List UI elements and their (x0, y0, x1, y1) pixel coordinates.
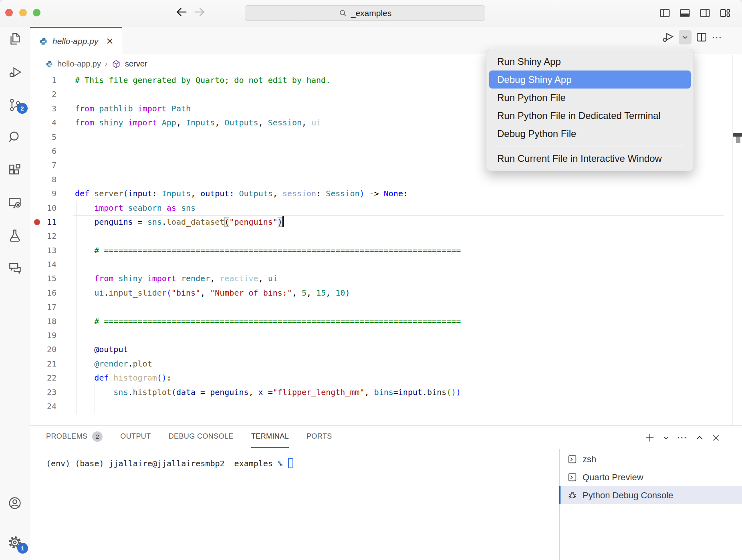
line-number[interactable]: 24 (30, 399, 56, 413)
code-line[interactable]: 14 (30, 258, 732, 272)
line-number[interactable]: 22 (30, 371, 56, 385)
panel-tab-output[interactable]: OUTPUT (120, 426, 151, 448)
line-number[interactable]: 9 (30, 187, 56, 201)
menu-item[interactable]: Run Current File in Interactive Window (486, 149, 694, 167)
activity-bar: 2 1 (0, 27, 30, 560)
macos-minimize-button[interactable] (19, 9, 27, 16)
testing-icon[interactable] (7, 228, 22, 243)
menu-item[interactable]: Run Shiny App (486, 52, 694, 71)
debug-run-icon[interactable] (661, 30, 675, 44)
titlebar: _examples (0, 0, 742, 26)
search-sidebar-icon[interactable] (7, 129, 22, 145)
line-number[interactable]: 7 (30, 158, 56, 172)
terminal-item-quarto-preview[interactable]: Quarto Preview (559, 468, 742, 486)
more-actions-icon[interactable]: ⋯ (712, 31, 723, 44)
toggle-primary-sidebar-icon[interactable] (659, 7, 671, 19)
code-line[interactable]: 8 (30, 173, 732, 187)
run-and-debug-icon[interactable] (7, 64, 22, 80)
panel-tab-debug-console[interactable]: DEBUG CONSOLE (169, 426, 234, 448)
panel-tab-terminal[interactable]: TERMINAL (251, 426, 289, 448)
line-number[interactable]: 8 (30, 173, 56, 187)
comments-icon[interactable] (7, 260, 22, 275)
code-line[interactable]: 15 from shiny import render, reactive, u… (30, 272, 732, 286)
menu-item[interactable]: Debug Python File (486, 125, 694, 143)
terminal-item-python-debug-console[interactable]: Python Debug Console (559, 486, 742, 504)
line-number[interactable]: 10 (30, 201, 56, 215)
panel-more-actions-icon[interactable]: ⋯ (677, 431, 688, 444)
split-editor-icon[interactable] (696, 31, 708, 43)
menu-item[interactable]: Run Python File in Dedicated Terminal (486, 107, 694, 125)
editor-actions: ⋯ (661, 30, 723, 44)
customize-layout-icon[interactable] (719, 7, 731, 19)
back-arrow-icon[interactable] (175, 5, 188, 19)
panel-tab-ports[interactable]: PORTS (306, 426, 332, 448)
breadcrumb-file[interactable]: hello-app.py (57, 59, 101, 68)
bug-icon (567, 490, 577, 500)
tab-hello-app-py[interactable]: hello-app.py ✕ (30, 27, 122, 54)
run-dropdown-menu: Run Shiny AppDebug Shiny AppRun Python F… (486, 49, 694, 171)
explorer-icon[interactable] (7, 31, 22, 46)
code-line[interactable]: 17 (30, 300, 732, 314)
code-line[interactable]: 16 ui.input_slider("bins", "Number of bi… (30, 286, 732, 300)
scrollbar-thumb[interactable] (736, 137, 740, 143)
breadcrumb-symbol[interactable]: server (125, 59, 147, 68)
menu-item[interactable]: Debug Shiny App (489, 71, 691, 89)
code-line[interactable]: 24 (30, 399, 732, 413)
code-line[interactable]: 22 def histogram(): (30, 371, 732, 385)
macos-close-button[interactable] (5, 9, 13, 16)
line-number[interactable]: 16 (30, 286, 56, 300)
line-number[interactable]: 13 (30, 244, 56, 258)
code-line[interactable]: 11 penguins = sns.load_dataset("penguins… (30, 215, 732, 229)
line-number[interactable]: 5 (30, 130, 56, 144)
code-line[interactable]: 20 @output (30, 342, 732, 357)
line-number[interactable]: 19 (30, 328, 56, 342)
line-number[interactable]: 18 (30, 314, 56, 328)
search-text: _examples (351, 8, 392, 18)
close-panel-icon[interactable] (711, 433, 721, 443)
tab-close-icon[interactable]: ✕ (106, 37, 113, 46)
line-number[interactable]: 23 (30, 385, 56, 399)
menu-item[interactable]: Run Python File (486, 89, 694, 107)
code-line[interactable]: 13 # ===================================… (30, 244, 732, 258)
line-number[interactable]: 6 (30, 144, 56, 158)
line-number[interactable]: 12 (30, 229, 56, 243)
line-number[interactable]: 21 (30, 357, 56, 371)
panel-actions: ⋯ (644, 431, 721, 444)
line-number[interactable]: 20 (30, 342, 56, 357)
code-line[interactable]: 10 import seaborn as sns (30, 201, 732, 215)
toggle-panel-icon[interactable] (679, 7, 691, 19)
command-center-search[interactable]: _examples (245, 5, 485, 21)
terminal-item-label: zsh (583, 454, 596, 465)
new-terminal-icon[interactable] (644, 432, 655, 443)
terminal-output[interactable]: (env) (base) jjallaire@jjallairesmbp2 _e… (46, 458, 293, 468)
line-number[interactable]: 15 (30, 272, 56, 286)
forward-arrow-icon[interactable] (193, 5, 206, 19)
code-line[interactable]: 12 (30, 229, 732, 243)
toggle-secondary-sidebar-icon[interactable] (699, 7, 711, 19)
code-line[interactable]: 18 # ===================================… (30, 314, 732, 328)
line-number[interactable]: 4 (30, 116, 56, 130)
line-number[interactable]: 3 (30, 102, 56, 116)
line-number[interactable]: 1 (30, 73, 56, 87)
code-line[interactable]: 21 @render.plot (30, 357, 732, 371)
terminal-dropdown-chevron-icon[interactable] (662, 434, 670, 441)
source-control-badge: 2 (17, 103, 28, 114)
code-line[interactable]: 9def server(input: Inputs, output: Outpu… (30, 187, 732, 201)
remote-explorer-icon[interactable] (7, 195, 22, 211)
panel-tab-problems[interactable]: PROBLEMS2 (46, 426, 103, 448)
code-line[interactable]: 19 (30, 328, 732, 342)
code-line[interactable]: 23 sns.histplot(data = penguins, x ="fli… (30, 385, 732, 399)
line-number[interactable]: 17 (30, 300, 56, 314)
line-number[interactable]: 14 (30, 258, 56, 272)
macos-maximize-button[interactable] (33, 9, 40, 16)
terminal-item-zsh[interactable]: zsh (559, 450, 742, 468)
run-dropdown-button[interactable] (679, 30, 692, 44)
line-number[interactable]: 11 (30, 215, 56, 229)
overview-ruler-marker (733, 133, 742, 137)
breadcrumb-separator: › (105, 60, 107, 68)
account-icon[interactable] (7, 496, 22, 511)
maximize-panel-icon[interactable] (695, 433, 704, 443)
line-number[interactable]: 2 (30, 87, 56, 101)
extensions-icon[interactable] (7, 163, 22, 178)
python-file-icon (45, 60, 53, 68)
